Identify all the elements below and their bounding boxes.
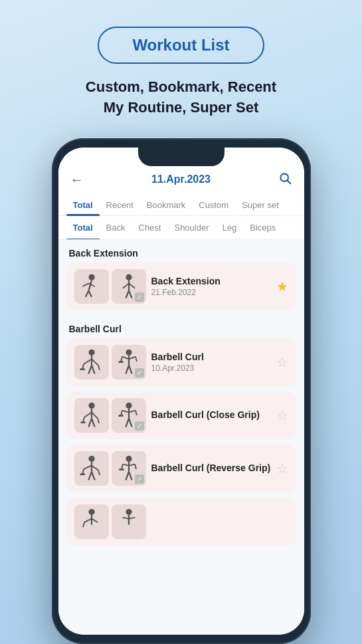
phone-notch xyxy=(138,148,225,166)
svg-line-17 xyxy=(82,364,84,368)
tab-custom[interactable]: Custom xyxy=(192,195,235,215)
exercise-name: Back Extension xyxy=(151,276,271,286)
svg-line-21 xyxy=(88,365,92,374)
svg-line-55 xyxy=(98,470,100,475)
svg-line-16 xyxy=(84,359,92,364)
exercise-info: Barbell Curl (Close Grip) xyxy=(151,409,271,421)
phone-mockup: ← 11.Apr.2023 Total Recent Bookmark Cust… xyxy=(52,138,311,644)
tab-recent[interactable]: Recent xyxy=(100,195,140,215)
tab-total[interactable]: Total xyxy=(66,195,100,215)
tab-bookmark[interactable]: Bookmark xyxy=(140,195,193,215)
svg-line-45 xyxy=(129,410,136,412)
body-tab-back[interactable]: Back xyxy=(100,219,132,237)
body-tab-chest[interactable]: Chest xyxy=(132,219,168,237)
list-item[interactable]: Barbell Curl (Reverse Grip) ☆ xyxy=(66,445,296,492)
phone-shell: ← 11.Apr.2023 Total Recent Bookmark Cust… xyxy=(52,138,311,644)
svg-line-40 xyxy=(92,418,95,427)
exercise-images xyxy=(74,504,146,539)
exercise-name: Barbell Curl (Close Grip) xyxy=(151,409,271,420)
svg-rect-47 xyxy=(118,415,123,417)
svg-line-1 xyxy=(288,180,291,183)
list-item[interactable] xyxy=(66,498,296,546)
app-date: 11.Apr.2023 xyxy=(151,173,211,185)
list-item[interactable]: Barbell Curl (Close Grip) ☆ xyxy=(66,391,296,439)
body-tab-shoulder[interactable]: Shoulder xyxy=(167,219,215,237)
svg-point-23 xyxy=(126,349,132,355)
exercise-info: Back Extension 21.Feb.2022 xyxy=(151,276,271,297)
svg-line-71 xyxy=(83,522,84,527)
svg-line-4 xyxy=(82,283,88,286)
exercise-img-2 xyxy=(112,269,146,304)
svg-point-68 xyxy=(88,508,94,514)
body-tab-total[interactable]: Total xyxy=(66,219,100,237)
svg-line-67 xyxy=(129,471,132,480)
svg-line-44 xyxy=(121,410,122,415)
exercise-images xyxy=(74,269,146,304)
svg-point-32 xyxy=(88,402,94,408)
list-item[interactable]: Back Extension 21.Feb.2022 ★ xyxy=(66,263,296,310)
exercise-img-1 xyxy=(74,504,109,539)
section-barbell-curl: Barbell Curl xyxy=(66,316,296,338)
svg-line-26 xyxy=(121,356,122,361)
phone-screen: ← 11.Apr.2023 Total Recent Bookmark Cust… xyxy=(58,148,304,635)
section-back-extension: Back Extension xyxy=(66,240,296,263)
exercise-img-1 xyxy=(74,345,109,379)
svg-line-36 xyxy=(92,412,98,418)
svg-line-7 xyxy=(88,290,92,296)
svg-line-28 xyxy=(136,356,137,361)
svg-rect-65 xyxy=(119,469,124,471)
star-button[interactable]: ☆ xyxy=(276,354,288,370)
svg-line-57 xyxy=(88,471,92,480)
svg-line-52 xyxy=(84,465,92,469)
svg-line-76 xyxy=(129,517,135,518)
svg-line-37 xyxy=(98,418,99,423)
body-tab-leg[interactable]: Leg xyxy=(216,219,244,237)
svg-point-59 xyxy=(126,455,132,461)
svg-line-25 xyxy=(122,356,128,359)
tab-superset[interactable]: Super set xyxy=(235,195,286,215)
exercise-img-2 xyxy=(112,504,146,539)
exercise-img-1 xyxy=(74,269,109,304)
app-content: ← 11.Apr.2023 Total Recent Bookmark Cust… xyxy=(58,148,304,635)
svg-line-19 xyxy=(98,365,100,370)
exercise-img-2 xyxy=(112,451,146,486)
exercise-date: 21.Feb.2022 xyxy=(151,288,271,297)
exercise-img-2 xyxy=(112,345,146,379)
exercise-img-1 xyxy=(74,398,109,433)
svg-point-50 xyxy=(88,455,94,461)
svg-line-6 xyxy=(85,290,88,296)
svg-line-43 xyxy=(122,410,128,412)
svg-line-22 xyxy=(92,365,95,374)
exercise-images xyxy=(74,398,146,433)
svg-line-34 xyxy=(84,412,91,417)
star-button[interactable]: ☆ xyxy=(276,407,288,423)
svg-point-8 xyxy=(126,274,132,280)
svg-line-62 xyxy=(121,464,122,469)
list-item[interactable]: Barbell Curl 10.Apr.2023 ☆ xyxy=(66,338,296,386)
back-button[interactable]: ← xyxy=(70,172,84,187)
body-tab-biceps[interactable]: Biceps xyxy=(243,219,282,237)
star-button[interactable]: ☆ xyxy=(276,461,288,477)
star-button[interactable]: ★ xyxy=(276,278,288,294)
svg-point-14 xyxy=(88,349,94,355)
svg-line-3 xyxy=(88,280,92,290)
svg-line-72 xyxy=(92,518,98,522)
svg-point-41 xyxy=(126,402,132,408)
exercise-images xyxy=(74,451,146,486)
svg-line-11 xyxy=(129,283,135,288)
svg-line-54 xyxy=(92,465,98,470)
expand-icon xyxy=(135,475,144,484)
svg-line-66 xyxy=(126,471,129,480)
svg-line-31 xyxy=(129,365,132,374)
svg-line-35 xyxy=(83,417,84,421)
exercise-list: Back Extension xyxy=(58,240,304,635)
exercise-date: 10.Apr.2023 xyxy=(151,364,271,373)
svg-rect-29 xyxy=(118,361,123,363)
search-button[interactable] xyxy=(278,171,292,188)
svg-rect-20 xyxy=(80,368,84,370)
exercise-name: Barbell Curl xyxy=(151,352,271,362)
exercise-img-2 xyxy=(112,398,146,433)
subtitle-line1: Custom, Bookmark, Recent xyxy=(86,78,276,95)
svg-line-12 xyxy=(126,290,129,298)
svg-line-10 xyxy=(122,283,128,288)
